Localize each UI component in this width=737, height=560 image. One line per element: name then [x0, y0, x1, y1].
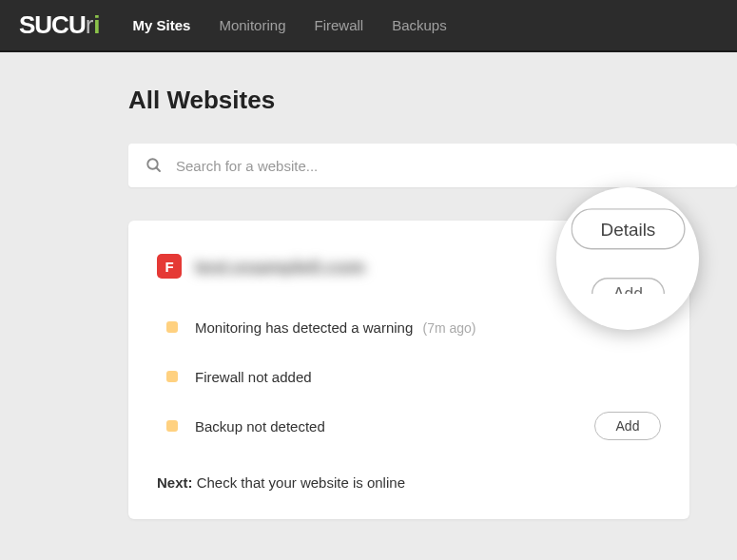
nav-monitoring[interactable]: Monitoring: [219, 17, 285, 33]
site-name-obscured: test.example0.com: [195, 257, 404, 276]
main-content: All Websites F test.example0.com Monitor…: [0, 52, 737, 538]
app-header: SUCUri My Sites Monitoring Firewall Back…: [0, 0, 737, 52]
status-timestamp: (7m ago): [422, 320, 475, 336]
svg-line-1: [156, 167, 160, 171]
add-button[interactable]: Add: [594, 412, 661, 440]
next-step: Next: Check that your website is online: [157, 474, 661, 491]
search-icon: [145, 157, 163, 174]
status-row-firewall: Firewall not added Add: [166, 352, 661, 401]
brand-logo: SUCUri: [19, 10, 100, 40]
warning-icon: [166, 371, 178, 382]
search-bar: [128, 144, 737, 187]
details-button[interactable]: Details: [571, 208, 685, 249]
primary-nav: My Sites Monitoring Firewall Backups: [133, 17, 447, 33]
status-row-backup: Backup not detected Add: [166, 401, 661, 451]
next-text: Check that your website is online: [197, 474, 405, 491]
page-title: All Websites: [128, 86, 689, 115]
search-input[interactable]: [176, 158, 720, 174]
warning-icon: [166, 420, 178, 432]
nav-my-sites[interactable]: My Sites: [133, 17, 191, 33]
nav-backups[interactable]: Backups: [392, 17, 447, 33]
details-highlight-magnifier: Details Add: [556, 187, 699, 330]
warning-icon: [166, 321, 178, 333]
site-card: F test.example0.com Monitoring has detec…: [128, 221, 689, 519]
grade-badge: F: [157, 254, 182, 279]
next-label: Next:: [157, 474, 193, 491]
add-button-partial: Add: [591, 278, 664, 310]
status-list: Monitoring has detected a warning (7m ag…: [166, 302, 661, 451]
status-text: Backup not detected: [195, 418, 577, 434]
status-text: Firewall not added: [195, 369, 577, 385]
nav-firewall[interactable]: Firewall: [314, 17, 363, 33]
status-text: Monitoring has detected a warning (7m ag…: [195, 319, 563, 336]
